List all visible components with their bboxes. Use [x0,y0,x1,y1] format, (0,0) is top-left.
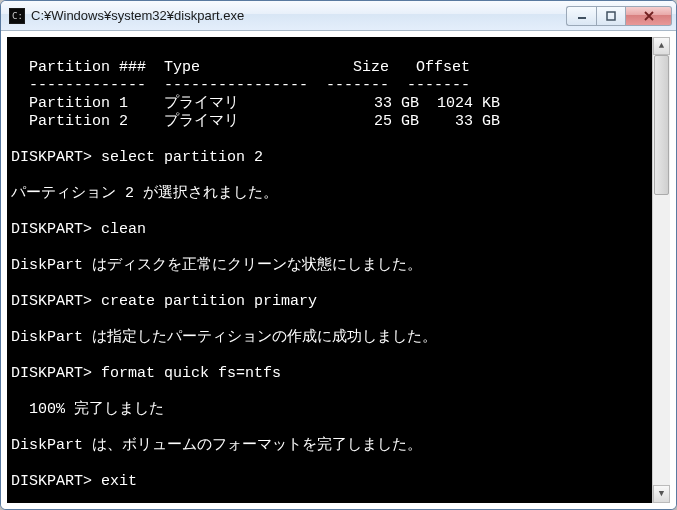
console-line: DISKPART> exit [11,473,652,491]
console-line: Partition ### Type Size Offset [11,59,652,77]
console-line: Partition 1 プライマリ 33 GB 1024 KB [11,95,652,113]
console-line: DISKPART> format quick fs=ntfs [11,365,652,383]
console-line [11,239,652,257]
console-line [11,347,652,365]
console-line [11,167,652,185]
scroll-up-button[interactable]: ▲ [653,37,670,55]
console-line: DISKPART> clean [11,221,652,239]
svg-rect-3 [578,17,586,19]
console-line: パーティション 2 が選択されました。 [11,185,652,203]
console-line [11,203,652,221]
console-line [11,131,652,149]
console-line: 100% 完了しました [11,401,652,419]
console-line [11,383,652,401]
svg-text:C:: C: [12,11,23,21]
console-output[interactable]: Partition ### Type Size Offset ---------… [7,37,652,503]
console-line [11,419,652,437]
console-line: ------------- ---------------- ------- -… [11,77,652,95]
scroll-down-button[interactable]: ▼ [653,485,670,503]
minimize-button[interactable] [566,6,596,26]
window-frame: C: C:¥Windows¥system32¥diskpart.exe Part… [0,0,677,510]
scroll-track[interactable] [653,55,670,485]
console-line: DiskPart は指定したパーティションの作成に成功しました。 [11,329,652,347]
scroll-thumb[interactable] [654,55,669,195]
console-line: DISKPART> select partition 2 [11,149,652,167]
window-title: C:¥Windows¥system32¥diskpart.exe [31,8,566,23]
console-line: DiskPart はディスクを正常にクリーンな状態にしました。 [11,257,652,275]
console-line: DISKPART> create partition primary [11,293,652,311]
console-line: DiskPart は、ボリュームのフォーマットを完了しました。 [11,437,652,455]
client-area: Partition ### Type Size Offset ---------… [1,31,676,509]
console-line [11,455,652,473]
vertical-scrollbar[interactable]: ▲ ▼ [652,37,670,503]
console-icon: C: [9,8,25,24]
close-button[interactable] [626,6,672,26]
console-line [11,311,652,329]
svg-rect-4 [607,12,615,20]
titlebar[interactable]: C: C:¥Windows¥system32¥diskpart.exe [1,1,676,31]
console-line [11,41,652,59]
console-line [11,275,652,293]
maximize-button[interactable] [596,6,626,26]
window-controls [566,6,672,26]
console-line: Partition 2 プライマリ 25 GB 33 GB [11,113,652,131]
